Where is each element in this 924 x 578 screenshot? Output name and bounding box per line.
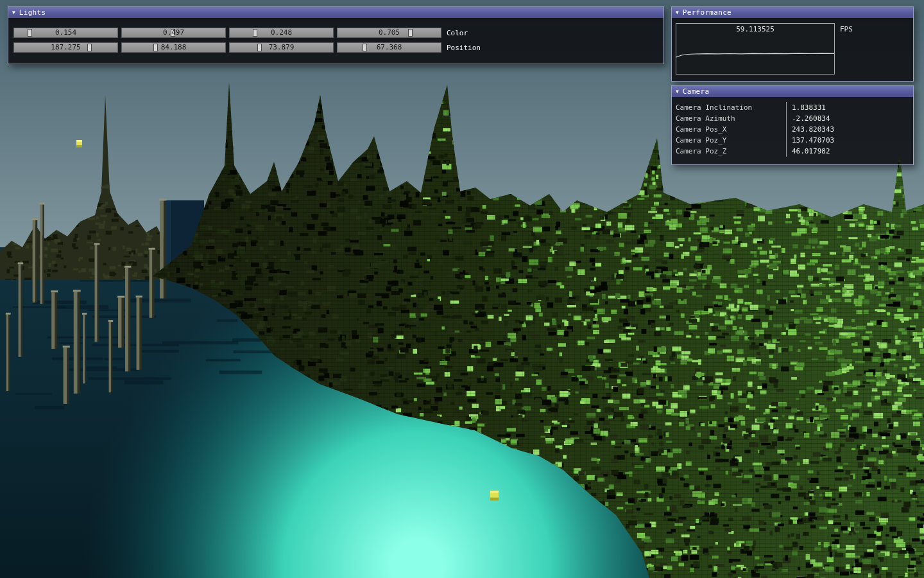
camera-row-pos-y: Camera Poz_Y 137.470703 <box>672 135 913 146</box>
collapse-arrow-icon[interactable]: ▼ <box>676 10 679 15</box>
light-color-slider-0[interactable]: 0.154 <box>13 28 118 38</box>
light-color-slider-2[interactable]: 0.248 <box>229 28 334 38</box>
lights-panel-body: 0.154 0.497 0.248 0.705 Color <box>8 18 663 64</box>
camera-row-pos-x: Camera Pos_X 243.820343 <box>672 124 913 135</box>
lights-panel-titlebar[interactable]: ▼ Lights <box>8 7 663 18</box>
camera-row-value: 137.470703 <box>786 135 913 146</box>
light-position-slider-3[interactable]: 67.368 <box>337 42 441 53</box>
camera-row-label: Camera Poz_Z <box>672 147 786 155</box>
light-position-slider-2[interactable]: 73.879 <box>229 42 334 53</box>
camera-panel-titlebar[interactable]: ▼ Camera <box>672 86 913 97</box>
camera-row-label: Camera Pos_X <box>672 125 786 134</box>
slider-value: 84.188 <box>122 43 225 52</box>
camera-panel-body: Camera Inclination 1.838331 Camera Azimu… <box>672 97 913 164</box>
slider-value: 73.879 <box>230 43 333 52</box>
light-color-row: 0.154 0.497 0.248 0.705 Color <box>13 28 658 38</box>
collapse-arrow-icon[interactable]: ▼ <box>676 89 679 94</box>
performance-panel-title: Performance <box>683 8 732 17</box>
camera-row-value: 46.017982 <box>786 146 913 157</box>
light-color-slider-3[interactable]: 0.705 <box>337 28 441 38</box>
slider-value: 67.368 <box>338 43 441 52</box>
fps-graph: 59.113525 <box>676 23 835 74</box>
collapse-arrow-icon[interactable]: ▼ <box>12 10 15 15</box>
fps-graph-line <box>676 53 834 57</box>
camera-row-value: 243.820343 <box>786 124 913 135</box>
slider-value: 0.248 <box>230 28 333 37</box>
light-position-row: 187.275 84.188 73.879 67.368 Position <box>13 42 658 53</box>
camera-row-label: Camera Inclination <box>672 103 786 112</box>
camera-panel-title: Camera <box>683 87 710 96</box>
camera-row-value: -2.260834 <box>786 113 913 124</box>
camera-row-inclination: Camera Inclination 1.838331 <box>672 102 913 113</box>
camera-row-pos-z: Camera Poz_Z 46.017982 <box>672 146 913 157</box>
lights-panel: ▼ Lights 0.154 0.497 0.248 0.705 <box>8 6 664 64</box>
slider-value: 0.705 <box>338 28 441 37</box>
light-color-slider-1[interactable]: 0.497 <box>121 28 226 38</box>
slider-value: 187.275 <box>14 43 117 52</box>
light-position-slider-1[interactable]: 84.188 <box>121 42 226 53</box>
light-position-slider-0[interactable]: 187.275 <box>13 42 118 53</box>
camera-panel: ▼ Camera Camera Inclination 1.838331 Cam… <box>671 85 914 165</box>
slider-value: 0.154 <box>14 28 117 37</box>
camera-row-label: Camera Azimuth <box>672 114 786 123</box>
performance-panel-body: 59.113525 FPS <box>672 18 913 81</box>
camera-row-value: 1.838331 <box>786 102 913 113</box>
camera-row-azimuth: Camera Azimuth -2.260834 <box>672 113 913 124</box>
performance-panel-titlebar[interactable]: ▼ Performance <box>672 7 913 18</box>
fps-value: 59.113525 <box>676 25 834 33</box>
lights-panel-title: Lights <box>19 8 46 17</box>
slider-value: 0.497 <box>122 28 225 37</box>
light-color-row-label: Color <box>447 29 468 37</box>
fps-unit-label: FPS <box>840 23 853 74</box>
light-position-row-label: Position <box>447 44 481 52</box>
performance-panel: ▼ Performance 59.113525 FPS <box>671 6 914 82</box>
camera-row-label: Camera Poz_Y <box>672 136 786 144</box>
